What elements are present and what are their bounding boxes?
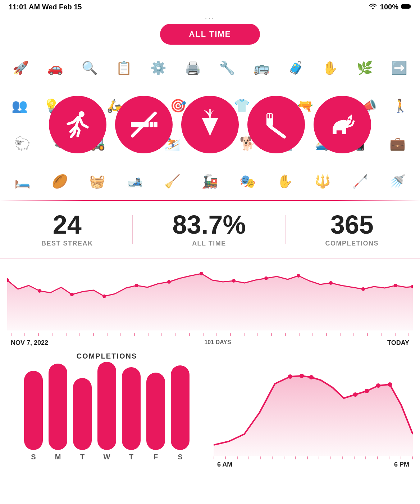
completions-label: COMPLETIONS [325, 240, 379, 247]
tick [161, 333, 162, 336]
bg-icon: 🔧 [219, 60, 235, 76]
habit-no-smoking[interactable] [115, 96, 173, 153]
tick [284, 456, 284, 459]
area-chart-end-label: 6 PM [394, 461, 409, 468]
bg-icon: 🌿 [357, 60, 373, 76]
bg-icon: 🐑 [14, 136, 31, 151]
tick [237, 456, 238, 459]
bg-icon: 🏉 [52, 174, 68, 189]
bar-M [49, 364, 67, 450]
tick [216, 333, 217, 336]
bar-item-S2: S [171, 365, 190, 461]
bar-item-S: S [24, 371, 43, 461]
bar-S [24, 371, 43, 450]
bar-chart-section: COMPLETIONS S M T W T [7, 352, 206, 474]
all-time-btn-container: ALL TIME [0, 24, 420, 45]
stat-divider-1 [132, 215, 133, 244]
svg-point-14 [38, 289, 41, 293]
svg-point-27 [288, 374, 293, 379]
tick [107, 333, 108, 336]
svg-point-22 [297, 274, 300, 278]
icons-background: 🚀 🚗 🔍 📋 ⚙️ 🖨️ 🔧 🚌 🧳 ✋ 🌿 ➡️ 👥 💡 🎻 🛵 💇 🎯 ✂… [0, 49, 420, 200]
toothbrush-icon [260, 108, 292, 141]
tick [134, 333, 135, 336]
svg-point-12 [348, 118, 350, 120]
svg-point-25 [394, 284, 397, 287]
bar-item-T2: T [122, 367, 141, 461]
bg-icon: 👥 [12, 98, 28, 113]
svg-rect-10 [270, 114, 272, 118]
all-time-button[interactable]: ALL TIME [160, 24, 260, 45]
tick [389, 456, 389, 459]
bg-icon: 🔍 [82, 60, 98, 76]
svg-rect-1 [410, 5, 411, 8]
chart-start-date: NOV 7, 2022 [11, 339, 48, 347]
tick [365, 456, 366, 459]
tick [377, 456, 378, 459]
tick [38, 333, 39, 336]
stats-row: 24 BEST STREAK 83.7% ALL TIME 365 COMPLE… [0, 201, 420, 258]
area-tick-row [214, 456, 413, 459]
bar-label-S: S [31, 453, 36, 461]
svg-point-16 [102, 294, 106, 298]
tick [353, 333, 354, 336]
habits-row [49, 96, 371, 153]
status-right: 100% [369, 3, 411, 11]
bg-icon: 🚂 [202, 174, 218, 189]
tick-row [7, 332, 413, 336]
habit-healthy-eating[interactable] [181, 96, 239, 153]
habit-dog-walk[interactable] [314, 96, 371, 153]
bg-icon: 📋 [116, 60, 132, 76]
bg-icon: 🛏️ [14, 174, 31, 189]
stat-all-time: 83.7% ALL TIME [172, 212, 246, 247]
line-chart-svg [7, 258, 413, 330]
habit-dental-care[interactable] [247, 96, 305, 153]
svg-point-19 [200, 272, 203, 275]
tick [248, 456, 249, 459]
running-icon [61, 108, 94, 141]
battery-icon [401, 3, 411, 11]
bg-icon: 💼 [389, 136, 406, 151]
all-time-value: 83.7% [172, 212, 246, 238]
tick [120, 333, 121, 336]
tick [299, 333, 300, 336]
dog-icon [326, 108, 359, 141]
habit-running[interactable] [49, 96, 106, 153]
bar-label-M: M [55, 453, 61, 461]
bg-icon: 🧳 [288, 60, 304, 76]
svg-point-32 [376, 383, 381, 388]
bg-icon: ✋ [322, 60, 338, 76]
best-streak-label: BEST STREAK [41, 240, 93, 247]
tick [24, 333, 25, 336]
bar-T2 [122, 367, 141, 450]
svg-rect-9 [268, 114, 269, 118]
bg-icon: 🖨️ [185, 60, 201, 76]
dots-menu[interactable]: ··· [0, 14, 420, 22]
svg-rect-0 [401, 4, 410, 9]
bar-W [97, 362, 116, 450]
stat-completions: 365 COMPLETIONS [325, 212, 379, 247]
tick [260, 456, 261, 459]
tick [214, 456, 214, 459]
bg-icon: 🚶 [392, 98, 408, 113]
completions-chart-title: COMPLETIONS [7, 352, 206, 360]
tick [381, 333, 382, 336]
tick [326, 333, 327, 336]
svg-rect-4 [150, 122, 153, 127]
tick [285, 333, 286, 336]
tick [342, 456, 343, 459]
svg-point-31 [365, 389, 369, 393]
svg-point-24 [361, 287, 365, 291]
icon-row-1: 🚀 🚗 🔍 📋 ⚙️ 🖨️ 🔧 🚌 🧳 ✋ 🌿 ➡️ [0, 60, 420, 76]
all-time-label: ALL TIME [172, 240, 246, 247]
area-chart-labels: 6 AM 6 PM [214, 459, 413, 468]
bg-icon: 🧹 [164, 174, 181, 189]
bar-item-M: M [49, 364, 67, 461]
bg-icon: 🦯 [352, 174, 368, 189]
bg-icon: 🚗 [47, 60, 63, 76]
bar-F [146, 373, 165, 450]
svg-point-30 [353, 392, 358, 397]
tick [257, 333, 258, 336]
bar-S2 [171, 365, 190, 450]
svg-point-28 [300, 374, 304, 378]
